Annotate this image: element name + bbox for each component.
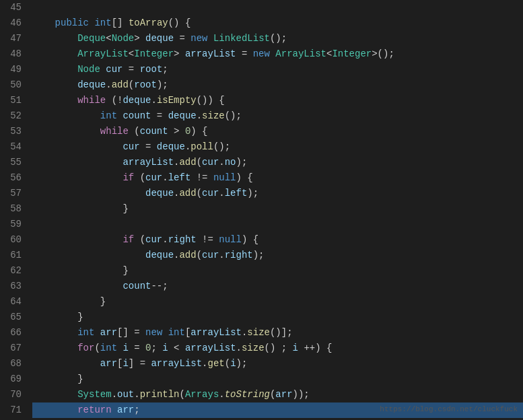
code-line-68: arr[i] = arrayList.get(i); [32, 356, 523, 372]
code-line-61: deque.add(cur.right); [32, 248, 523, 263]
code-line-60: if (cur.right != null) { [32, 232, 523, 248]
code-line-55: arrayList.add(cur.no); [32, 155, 523, 170]
code-line-45 [32, 0, 523, 15]
code-line-53: while (count > 0) { [32, 124, 523, 139]
ln-58: 58 [0, 201, 22, 217]
code-line-59 [32, 217, 523, 232]
ln-69: 69 [0, 372, 22, 387]
code-line-69: } [32, 372, 523, 387]
code-line-66: int arr[] = new int[arrayList.size()]; [32, 325, 523, 341]
ln-45: 45 [0, 0, 22, 15]
code-container: 45 46 47 48 49 50 51 52 53 54 55 56 57 5… [0, 0, 523, 420]
ln-60: 60 [0, 232, 22, 248]
ln-53: 53 [0, 124, 22, 139]
code-line-70: System.out.println(Arrays.toString(arr))… [32, 387, 523, 403]
ln-66: 66 [0, 325, 22, 341]
code-line-65: } [32, 310, 523, 325]
code-line-47: Deque<Node> deque = new LinkedList(); [32, 31, 523, 46]
ln-47: 47 [0, 31, 22, 46]
ln-67: 67 [0, 341, 22, 356]
code-line-46: public int[] toArray() { [32, 15, 523, 31]
watermark: https://blog.csdn.net/cluckfuck [380, 402, 518, 417]
ln-65: 65 [0, 310, 22, 325]
ln-48: 48 [0, 46, 22, 62]
ln-49: 49 [0, 62, 22, 77]
code-area: public int[] toArray() { Deque<Node> deq… [27, 0, 523, 420]
ln-57: 57 [0, 186, 22, 201]
ln-56: 56 [0, 170, 22, 186]
code-line-67: for(int i = 0; i < arrayList.size() ; i … [32, 341, 523, 356]
ln-63: 63 [0, 279, 22, 294]
ln-55: 55 [0, 155, 22, 170]
code-line-62: } [32, 263, 523, 279]
ln-59: 59 [0, 217, 22, 232]
ln-46: 46 [0, 15, 22, 31]
ln-62: 62 [0, 263, 22, 279]
code-line-50: deque.add(root); [32, 77, 523, 93]
code-line-63: count--; [32, 279, 523, 294]
code-line-56: if (cur.left != null) { [32, 170, 523, 186]
ln-51: 51 [0, 93, 22, 108]
ln-54: 54 [0, 139, 22, 155]
ln-68: 68 [0, 356, 22, 372]
ln-64: 64 [0, 294, 22, 310]
line-numbers: 45 46 47 48 49 50 51 52 53 54 55 56 57 5… [0, 0, 27, 420]
ln-52: 52 [0, 108, 22, 124]
ln-71: 71 [0, 403, 22, 418]
ln-70: 70 [0, 387, 22, 403]
code-line-54: cur = deque.poll(); [32, 139, 523, 155]
code-line-64: } [32, 294, 523, 310]
ln-61: 61 [0, 248, 22, 263]
code-line-57: deque.add(cur.left); [32, 186, 523, 201]
code-line-58: } [32, 201, 523, 217]
code-line-49: Node cur = root; [32, 62, 523, 77]
ln-50: 50 [0, 77, 22, 93]
code-line-52: int count = deque.size(); [32, 108, 523, 124]
code-line-48: ArrayList<Integer> arrayList = new Array… [32, 46, 523, 62]
code-line-51: while (!deque.isEmpty()) { [32, 93, 523, 108]
